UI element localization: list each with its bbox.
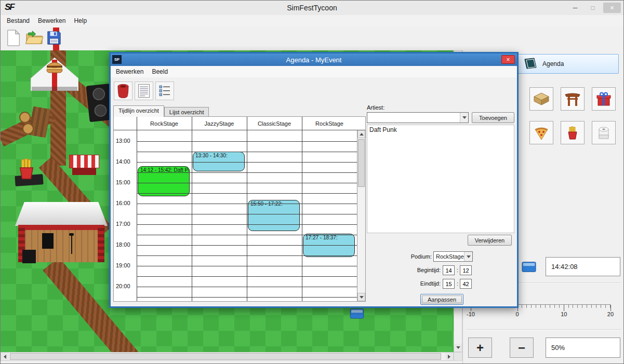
- menu-bewerken[interactable]: Bewerken: [34, 16, 70, 26]
- artist-combobox[interactable]: [367, 112, 469, 123]
- shop-item-toilet-paper[interactable]: [592, 121, 616, 144]
- screen-tool-button[interactable]: [520, 258, 537, 276]
- scroll-left-button[interactable]: [1, 353, 9, 360]
- maximize-button[interactable]: □: [586, 3, 600, 13]
- shop-item-gift[interactable]: [592, 87, 616, 111]
- titlebar: SF SimFestTycoon ─ □ ×: [1, 1, 623, 15]
- agenda-button-label: Agenda: [542, 60, 564, 68]
- detail-view-button[interactable]: [135, 82, 153, 100]
- stage-roof: [15, 202, 108, 226]
- shop-item-pallet[interactable]: [529, 87, 553, 111]
- toolbar: [1, 26, 623, 50]
- end-hour-field[interactable]: [443, 279, 455, 289]
- dialog-title: Agenda - MyEvent: [111, 56, 517, 64]
- close-button[interactable]: ×: [603, 3, 621, 13]
- artist-label: Artiest:: [367, 104, 384, 111]
- minimize-button[interactable]: ─: [568, 3, 582, 13]
- schedule-scroll-up[interactable]: [357, 130, 365, 138]
- stage-post: [98, 225, 104, 262]
- up-arrow-icon: [360, 133, 364, 136]
- shop-item-fries[interactable]: [561, 121, 585, 144]
- schedule-scroll-down[interactable]: [357, 293, 365, 301]
- new-file-button[interactable]: [4, 29, 23, 48]
- scroll-corner: [454, 352, 462, 361]
- stage-floor: [25, 230, 98, 262]
- screen-icon: [522, 261, 536, 273]
- column-header-3: RockStage: [302, 117, 357, 130]
- trash-icon: [117, 84, 129, 98]
- menu-bestand[interactable]: Bestand: [3, 16, 34, 26]
- dialog-titlebar[interactable]: SF Agenda - MyEvent ×: [111, 53, 517, 66]
- schedule-scrollbar[interactable]: [357, 130, 365, 301]
- dialog-menu-beeld[interactable]: Beeld: [148, 66, 172, 77]
- gift-icon: [595, 91, 612, 107]
- hscroll-thumb[interactable]: [10, 353, 441, 360]
- screen-sign[interactable]: [349, 308, 365, 319]
- schedule-event-2[interactable]: 15:50 - 17:22:: [248, 200, 300, 231]
- menu-help[interactable]: Help: [70, 16, 91, 26]
- zoom-out-button[interactable]: −: [510, 338, 534, 358]
- map-hscrollbar[interactable]: [1, 352, 454, 361]
- scroll-right-button[interactable]: [445, 353, 453, 360]
- end-minute-field[interactable]: [460, 279, 472, 289]
- add-artist-button[interactable]: Toevoegen: [472, 112, 514, 123]
- dialog-close-button[interactable]: ×: [501, 55, 515, 64]
- floppy-disk-icon: [46, 30, 62, 47]
- hour-label: 18:00: [116, 241, 130, 248]
- dialog-menu-bewerken[interactable]: Bewerken: [112, 66, 148, 77]
- save-button[interactable]: [44, 29, 64, 48]
- zoom-level-display: 50%: [546, 338, 620, 358]
- striped-tent[interactable]: [69, 155, 99, 177]
- begin-hour-field[interactable]: [443, 265, 455, 275]
- hour-label: 20:00: [116, 283, 130, 289]
- schedule-scroll-thumb[interactable]: [358, 139, 365, 187]
- agenda-book-icon: [524, 58, 537, 71]
- remove-artist-button[interactable]: Verwijderen: [468, 235, 512, 246]
- section-separator: [466, 329, 621, 330]
- tent-underside: [72, 168, 96, 175]
- podium-combobox[interactable]: RockStage: [433, 251, 473, 262]
- shop-item-pizza[interactable]: [529, 121, 553, 144]
- detail-list-icon: [138, 84, 150, 98]
- podium-combobox-value: RockStage: [436, 253, 464, 260]
- hour-label: 14:00: [116, 158, 130, 165]
- fries-stand[interactable]: [12, 157, 44, 185]
- delete-event-button[interactable]: [114, 82, 132, 100]
- tent-icon: [31, 57, 78, 91]
- menu-bar: BestandBewerkenHelp: [1, 15, 623, 26]
- toilet-paper-icon: [596, 125, 612, 141]
- column-header-2: ClassicStage: [247, 117, 302, 130]
- list-icon: [158, 84, 171, 98]
- begin-minute-field[interactable]: [460, 265, 472, 275]
- mic-head: [69, 233, 74, 236]
- time-colon: :: [457, 280, 458, 287]
- agenda-button[interactable]: Agenda: [517, 54, 619, 74]
- schedule-event-1[interactable]: 13:30 - 14:30:: [193, 152, 245, 171]
- schedule-event-0[interactable]: 14:12 - 15:42: Daft Punk: [138, 166, 190, 196]
- grid-vline: [302, 117, 302, 301]
- pizza-icon: [533, 125, 550, 141]
- hour-label: 16:00: [116, 200, 130, 206]
- right-arrow-icon: [448, 355, 450, 359]
- artist-list-item[interactable]: Daft Punk: [367, 125, 514, 134]
- left-arrow-icon: [4, 355, 6, 359]
- food-tent[interactable]: [31, 57, 78, 91]
- fries-icon: [14, 157, 39, 181]
- stage-speaker: [42, 233, 54, 249]
- ruler-major-tick: [610, 305, 611, 311]
- main-stage[interactable]: [15, 202, 108, 264]
- tab-lijst-overzicht[interactable]: Lijst overzicht: [164, 107, 209, 117]
- artist-listbox[interactable]: Daft Punk: [367, 125, 514, 233]
- pallet-icon: [533, 91, 550, 107]
- list-view-button[interactable]: [155, 82, 174, 100]
- tab-tijdlijn-overzicht[interactable]: Tijdlijn overzicht: [113, 105, 164, 117]
- stage-beam: [18, 225, 104, 230]
- fries-icon: [565, 125, 580, 141]
- wood-stand[interactable]: [19, 107, 48, 137]
- striped-canopy: [69, 155, 99, 168]
- open-file-button[interactable]: [24, 29, 44, 48]
- zoom-in-button[interactable]: +: [468, 338, 492, 358]
- apply-button[interactable]: Aanpassen: [420, 294, 463, 305]
- shop-item-gate[interactable]: [561, 87, 585, 111]
- scroll-down-button[interactable]: [454, 344, 462, 352]
